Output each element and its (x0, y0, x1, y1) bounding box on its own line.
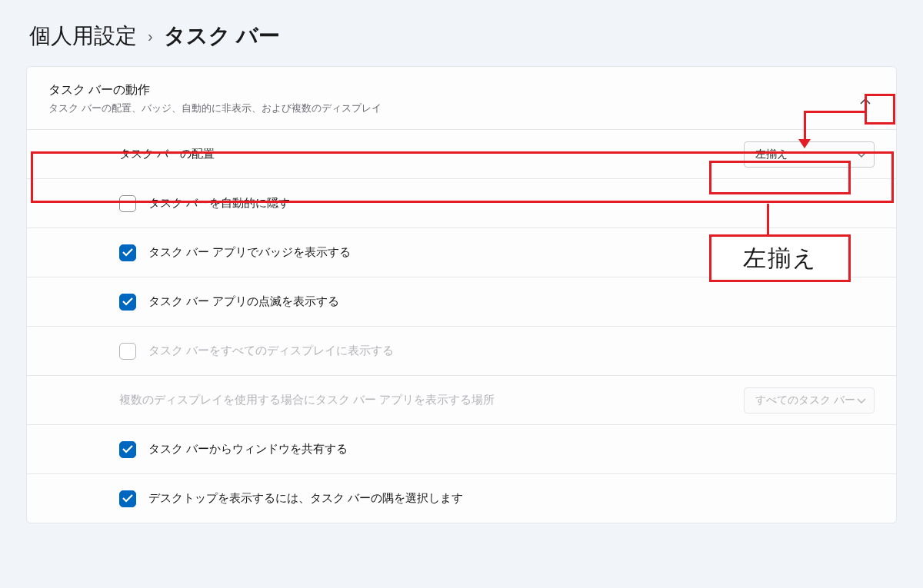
auto-hide-checkbox[interactable] (119, 195, 136, 212)
row-multimon-location: 複数のディスプレイを使用する場合にタスク バー アプリを表示する場所 すべてのタ… (27, 375, 896, 424)
multimon-selected-value: すべてのタスク バー (755, 394, 855, 407)
collapse-button[interactable] (855, 90, 876, 111)
all-displays-checkbox (119, 343, 136, 360)
share-windows-label: タスク バーからウィンドウを共有する (148, 442, 875, 457)
chevron-down-icon (857, 394, 866, 407)
row-all-displays: タスク バーをすべてのディスプレイに表示する (27, 326, 896, 375)
auto-hide-label: タスク バーを自動的に隠す (148, 196, 875, 211)
share-windows-checkbox[interactable] (119, 441, 136, 458)
taskbar-behaviors-header[interactable]: タスク バーの動作 タスク バーの配置、バッジ、自動的に非表示、および複数のディ… (27, 67, 896, 129)
chevron-up-icon (860, 94, 871, 108)
row-taskbar-alignment: タスク バーの配置 左揃え (27, 129, 896, 178)
breadcrumb-current: タスク バー (164, 22, 281, 51)
breadcrumb-parent[interactable]: 個人用設定 (29, 22, 137, 51)
chevron-down-icon (857, 148, 866, 161)
show-badges-label: タスク バー アプリでバッジを表示する (148, 245, 875, 260)
multimon-select: すべてのタスク バー (744, 387, 875, 414)
all-displays-label: タスク バーをすべてのディスプレイに表示する (148, 344, 875, 358)
show-desktop-checkbox[interactable] (119, 490, 136, 507)
show-flashing-checkbox[interactable] (119, 294, 136, 311)
group-title: タスク バーの動作 (48, 82, 875, 98)
row-show-desktop: デスクトップを表示するには、タスク バーの隅を選択します (27, 473, 896, 523)
show-badges-checkbox[interactable] (119, 244, 136, 261)
row-share-windows: タスク バーからウィンドウを共有する (27, 424, 896, 473)
show-flashing-label: タスク バー アプリの点滅を表示する (148, 294, 875, 309)
row-show-badges: タスク バー アプリでバッジを表示する (27, 228, 896, 277)
taskbar-behaviors-panel: タスク バーの動作 タスク バーの配置、バッジ、自動的に非表示、および複数のディ… (26, 66, 897, 523)
row-show-flashing: タスク バー アプリの点滅を表示する (27, 277, 896, 326)
multimon-label: 複数のディスプレイを使用する場合にタスク バー アプリを表示する場所 (119, 393, 744, 407)
row-auto-hide: タスク バーを自動的に隠す (27, 178, 896, 228)
alignment-select[interactable]: 左揃え (744, 141, 875, 168)
breadcrumb-separator: › (148, 28, 153, 45)
group-subtitle: タスク バーの配置、バッジ、自動的に非表示、および複数のディスプレイ (48, 101, 875, 115)
alignment-label: タスク バーの配置 (119, 147, 744, 161)
show-desktop-label: デスクトップを表示するには、タスク バーの隅を選択します (148, 491, 875, 506)
alignment-selected-value: 左揃え (755, 148, 788, 161)
breadcrumb: 個人用設定 › タスク バー (0, 0, 923, 66)
